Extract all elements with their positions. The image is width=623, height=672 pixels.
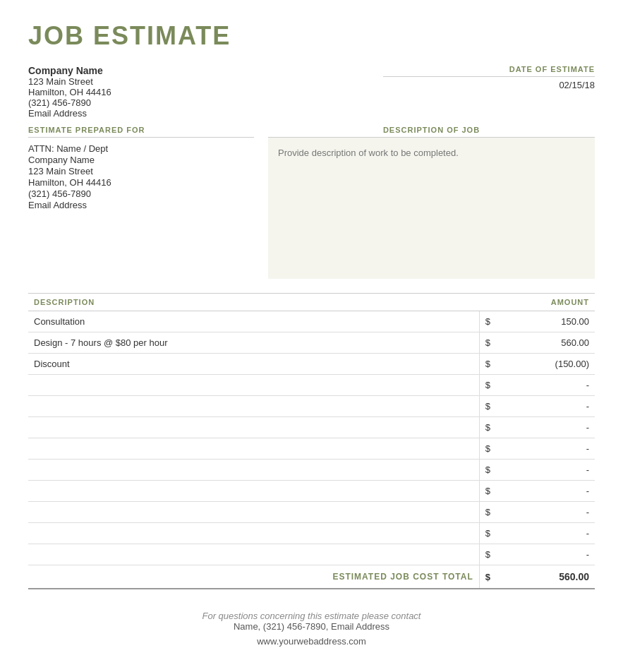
row-dollar: $ bbox=[479, 460, 496, 481]
middle-section: ESTIMATE PREPARED FOR ATTN: Name / Dept … bbox=[28, 126, 595, 279]
description-box: DESCRIPTION OF JOB bbox=[268, 126, 595, 279]
row-amount: - bbox=[496, 438, 595, 460]
pf-company: Company Name bbox=[28, 155, 254, 165]
row-dollar: $ bbox=[479, 396, 496, 417]
pf-phone: (321) 456-7890 bbox=[28, 188, 254, 199]
prepared-for-section: ESTIMATE PREPARED FOR ATTN: Name / Dept … bbox=[28, 126, 254, 279]
footer: For questions concerning this estimate p… bbox=[28, 611, 595, 647]
row-description bbox=[28, 544, 479, 565]
pf-city: Hamilton, OH 44416 bbox=[28, 177, 254, 188]
table-row: $- bbox=[28, 544, 595, 565]
table-row: Discount$(150.00) bbox=[28, 354, 595, 375]
table-body: Consultation$150.00Design - 7 hours @ $8… bbox=[28, 311, 595, 565]
row-amount: - bbox=[496, 460, 595, 481]
description-label: DESCRIPTION OF JOB bbox=[268, 126, 595, 138]
table-row: $- bbox=[28, 375, 595, 396]
row-description: Discount bbox=[28, 354, 479, 375]
row-amount: - bbox=[496, 544, 595, 565]
table-row: $- bbox=[28, 502, 595, 523]
row-description bbox=[28, 523, 479, 544]
row-dollar: $ bbox=[479, 438, 496, 460]
row-amount: 150.00 bbox=[496, 311, 595, 332]
table-footer: ESTIMATED JOB COST TOTAL $ 560.00 bbox=[28, 565, 595, 589]
row-amount: - bbox=[496, 396, 595, 417]
row-amount: - bbox=[496, 417, 595, 438]
attn-line: ATTN: Name / Dept bbox=[28, 143, 254, 154]
total-label: ESTIMATED JOB COST TOTAL bbox=[28, 565, 479, 589]
table-row: $- bbox=[28, 417, 595, 438]
table-header-row: DESCRIPTION AMOUNT bbox=[28, 294, 595, 311]
contact-line: For questions concerning this estimate p… bbox=[28, 611, 595, 621]
table-row: $- bbox=[28, 481, 595, 502]
pf-email: Email Address bbox=[28, 200, 254, 210]
description-textarea[interactable] bbox=[268, 138, 595, 279]
row-dollar: $ bbox=[479, 311, 496, 332]
row-dollar: $ bbox=[479, 417, 496, 438]
row-description bbox=[28, 375, 479, 396]
total-amount: 560.00 bbox=[496, 565, 595, 589]
row-dollar: $ bbox=[479, 502, 496, 523]
items-table: DESCRIPTION AMOUNT Consultation$150.00De… bbox=[28, 293, 595, 589]
row-amount: - bbox=[496, 375, 595, 396]
row-description bbox=[28, 460, 479, 481]
date-section: DATE OF ESTIMATE 02/15/18 bbox=[383, 65, 595, 119]
company-email: Email Address bbox=[28, 108, 268, 119]
table-row: Design - 7 hours @ $80 per hour$560.00 bbox=[28, 332, 595, 354]
row-dollar: $ bbox=[479, 544, 496, 565]
date-value: 02/15/18 bbox=[383, 80, 595, 90]
table-row: $- bbox=[28, 523, 595, 544]
website: www.yourwebaddress.com bbox=[28, 636, 595, 647]
row-amount: - bbox=[496, 523, 595, 544]
company-info: Company Name 123 Main Street Hamilton, O… bbox=[28, 65, 268, 119]
row-description bbox=[28, 396, 479, 417]
company-address: 123 Main Street bbox=[28, 76, 268, 87]
company-name: Company Name bbox=[28, 65, 268, 76]
total-row: ESTIMATED JOB COST TOTAL $ 560.00 bbox=[28, 565, 595, 589]
row-description bbox=[28, 502, 479, 523]
table-row: Consultation$150.00 bbox=[28, 311, 595, 332]
table-row: $- bbox=[28, 438, 595, 460]
prepared-for-label: ESTIMATE PREPARED FOR bbox=[28, 126, 254, 138]
page-title: JOB ESTIMATE bbox=[28, 21, 595, 51]
company-city: Hamilton, OH 44416 bbox=[28, 87, 268, 97]
row-dollar: $ bbox=[479, 354, 496, 375]
company-phone: (321) 456-7890 bbox=[28, 97, 268, 108]
pf-address: 123 Main Street bbox=[28, 166, 254, 176]
row-dollar: $ bbox=[479, 375, 496, 396]
row-dollar: $ bbox=[479, 523, 496, 544]
date-label: DATE OF ESTIMATE bbox=[383, 65, 595, 77]
amount-col-header: AMOUNT bbox=[479, 294, 595, 311]
row-amount: - bbox=[496, 481, 595, 502]
row-description bbox=[28, 417, 479, 438]
contact-details: Name, (321) 456-7890, Email Address bbox=[28, 621, 595, 632]
row-description bbox=[28, 481, 479, 502]
table-row: $- bbox=[28, 460, 595, 481]
desc-col-header: DESCRIPTION bbox=[28, 294, 479, 311]
table-row: $- bbox=[28, 396, 595, 417]
row-description bbox=[28, 438, 479, 460]
row-description: Design - 7 hours @ $80 per hour bbox=[28, 332, 479, 354]
total-dollar: $ bbox=[479, 565, 496, 589]
row-amount: - bbox=[496, 502, 595, 523]
top-section: Company Name 123 Main Street Hamilton, O… bbox=[28, 65, 595, 119]
row-dollar: $ bbox=[479, 332, 496, 354]
row-amount: (150.00) bbox=[496, 354, 595, 375]
row-description: Consultation bbox=[28, 311, 479, 332]
row-dollar: $ bbox=[479, 481, 496, 502]
row-amount: 560.00 bbox=[496, 332, 595, 354]
